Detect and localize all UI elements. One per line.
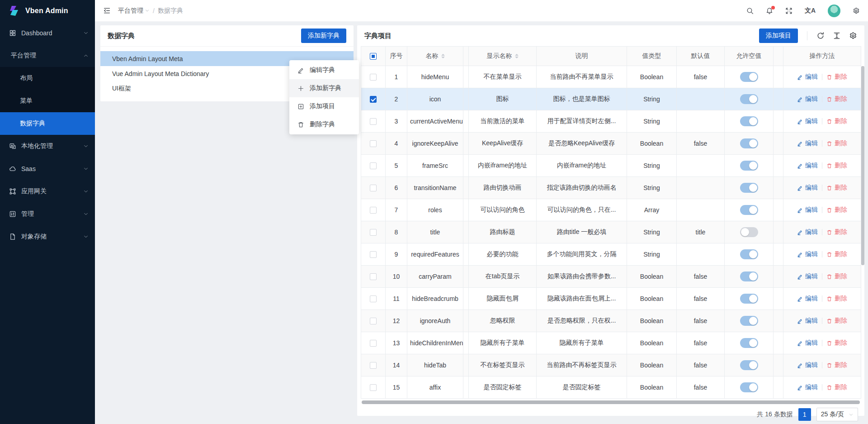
horizontal-scrollbar[interactable] — [362, 400, 860, 404]
delete-button[interactable]: 删除 — [826, 139, 847, 148]
sidebar-item-布局[interactable]: 布局 — [0, 67, 95, 90]
allow-empty-toggle[interactable] — [740, 205, 758, 215]
delete-button[interactable]: 删除 — [826, 361, 847, 369]
sidebar-item-dashboard[interactable]: Dashboard — [0, 22, 95, 44]
row-checkbox[interactable] — [370, 207, 377, 214]
row-checkbox[interactable] — [370, 295, 377, 302]
delete-button[interactable]: 删除 — [826, 117, 847, 125]
edit-button[interactable]: 编辑 — [797, 95, 818, 103]
fullscreen-icon[interactable] — [785, 7, 793, 14]
row-checkbox[interactable] — [370, 340, 377, 347]
search-icon[interactable] — [746, 7, 754, 14]
row-checkbox[interactable] — [370, 74, 377, 81]
delete-button[interactable]: 删除 — [826, 295, 847, 303]
edit-button[interactable]: 编辑 — [797, 228, 818, 236]
app-logo[interactable]: Vben Admin — [0, 0, 95, 22]
context-menu-item[interactable]: 添加项目 — [289, 97, 359, 115]
sidebar-item-platform[interactable]: 平台管理 — [0, 44, 95, 67]
row-checkbox[interactable] — [370, 229, 377, 236]
edit-button[interactable]: 编辑 — [797, 361, 818, 369]
sidebar-item-manage[interactable]: 管理 — [0, 203, 95, 225]
edit-button[interactable]: 编辑 — [797, 139, 818, 148]
pagination-page-size-select[interactable]: 25 条/页 — [816, 408, 858, 421]
edit-button[interactable]: 编辑 — [797, 73, 818, 81]
delete-button[interactable]: 删除 — [826, 95, 847, 103]
allow-empty-toggle[interactable] — [740, 161, 758, 171]
row-checkbox[interactable] — [370, 96, 377, 103]
delete-button[interactable]: 删除 — [826, 272, 847, 281]
delete-button[interactable]: 删除 — [826, 206, 847, 214]
context-menu-item[interactable]: 添加新字典 — [289, 79, 359, 97]
context-menu-item[interactable]: 编辑字典 — [289, 61, 359, 79]
sidebar-item-saas[interactable]: Saas — [0, 157, 95, 180]
row-checkbox[interactable] — [370, 251, 377, 258]
notification-icon[interactable] — [766, 7, 773, 14]
delete-button[interactable]: 删除 — [826, 228, 847, 236]
row-checkbox[interactable] — [370, 318, 377, 324]
pagination-page-1[interactable]: 1 — [798, 408, 811, 421]
sidebar-item-数据字典[interactable]: 数据字典 — [0, 112, 95, 135]
allow-empty-toggle[interactable] — [740, 382, 758, 392]
delete-button[interactable]: 删除 — [826, 339, 847, 347]
refresh-icon[interactable] — [816, 32, 825, 40]
add-item-button[interactable]: 添加项目 — [759, 29, 798, 43]
allow-empty-toggle[interactable] — [740, 360, 758, 370]
edit-button[interactable]: 编辑 — [797, 383, 818, 391]
allow-empty-toggle[interactable] — [740, 94, 758, 104]
add-dictionary-button[interactable]: 添加新字典 — [301, 29, 346, 43]
sidebar-item-storage[interactable]: 对象存储 — [0, 225, 95, 248]
cell-num: 9 — [386, 243, 407, 266]
row-checkbox[interactable] — [370, 140, 377, 147]
line-height-icon[interactable] — [833, 32, 841, 40]
sidebar-item-gateway[interactable]: 应用网关 — [0, 180, 95, 203]
allow-empty-toggle[interactable] — [740, 72, 758, 82]
edit-button[interactable]: 编辑 — [797, 117, 818, 125]
edit-button[interactable]: 编辑 — [797, 272, 818, 281]
collapse-sidebar-icon[interactable] — [103, 7, 111, 14]
sidebar-item-菜单[interactable]: 菜单 — [0, 90, 95, 112]
vertical-scrollbar[interactable] — [861, 66, 864, 265]
delete-button[interactable]: 删除 — [826, 73, 847, 81]
delete-button[interactable]: 删除 — [826, 383, 847, 391]
row-checkbox[interactable] — [370, 384, 377, 391]
edit-button[interactable]: 编辑 — [797, 206, 818, 214]
locale-icon[interactable]: 文A — [805, 7, 816, 15]
avatar[interactable] — [828, 5, 840, 17]
breadcrumb-section[interactable]: 平台管理 — [118, 7, 150, 15]
edit-button[interactable]: 编辑 — [797, 295, 818, 303]
delete-button[interactable]: 删除 — [826, 250, 847, 258]
select-all-checkbox[interactable] — [370, 53, 377, 60]
edit-button[interactable]: 编辑 — [797, 250, 818, 258]
sort-carets[interactable] — [441, 54, 445, 58]
allow-empty-toggle[interactable] — [740, 272, 758, 281]
edit-icon — [797, 340, 803, 346]
edit-button[interactable]: 编辑 — [797, 184, 818, 192]
allow-empty-toggle[interactable] — [740, 294, 758, 304]
edit-button[interactable]: 编辑 — [797, 339, 818, 347]
settings-icon[interactable] — [853, 7, 860, 14]
row-checkbox[interactable] — [370, 162, 377, 169]
column-header-name[interactable]: 名称 — [407, 47, 463, 66]
allow-empty-toggle[interactable] — [740, 183, 758, 193]
delete-button[interactable]: 删除 — [826, 184, 847, 192]
allow-empty-toggle[interactable] — [740, 138, 758, 148]
allow-empty-toggle[interactable] — [740, 249, 758, 259]
row-checkbox[interactable] — [370, 118, 377, 125]
row-checkbox[interactable] — [370, 273, 377, 280]
edit-button[interactable]: 编辑 — [797, 317, 818, 325]
allow-empty-toggle[interactable] — [740, 316, 758, 326]
sort-carets[interactable] — [515, 54, 519, 58]
allow-empty-toggle[interactable] — [740, 227, 758, 237]
row-checkbox[interactable] — [370, 362, 377, 369]
allow-empty-toggle[interactable] — [740, 338, 758, 348]
row-checkbox[interactable] — [370, 185, 377, 191]
context-menu-item[interactable]: 删除字典 — [289, 115, 359, 133]
settings-icon[interactable] — [849, 32, 857, 40]
delete-button[interactable]: 删除 — [826, 162, 847, 170]
delete-button[interactable]: 删除 — [826, 317, 847, 325]
column-header-display[interactable]: 显示名称 — [469, 47, 537, 66]
allow-empty-toggle[interactable] — [740, 116, 758, 126]
sidebar-item-localization[interactable]: 本地化管理 — [0, 135, 95, 157]
table-row: 12ignoreAuth忽略权限是否忽略权限，只在权...Booleanfals… — [361, 310, 861, 332]
edit-button[interactable]: 编辑 — [797, 162, 818, 170]
